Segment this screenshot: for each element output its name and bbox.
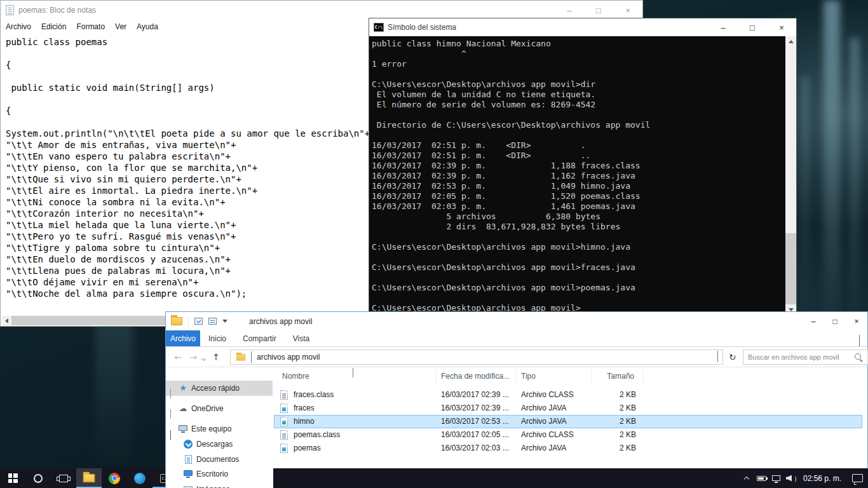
file-name: poemas [294,442,435,455]
forward-button[interactable]: → [186,350,200,364]
taskbar-clock[interactable]: 02:56 p. m. [798,474,846,483]
cmd-minimize-button[interactable]: – [709,18,738,36]
file-name: himno [294,415,435,428]
menu-item-edicion[interactable]: Edición [36,22,71,31]
cmd-maximize-button[interactable]: □ [738,18,767,36]
hidden-icons-button[interactable] [740,468,754,488]
ribbon-tabs: Archivo Inicio Compartir Vista [166,330,867,347]
menu-item-archivo[interactable]: Archivo [1,22,36,31]
onedrive-cloud-icon: ☁ [178,403,188,414]
address-bar[interactable]: archivos app movil [230,349,723,365]
action-center-button[interactable] [846,474,868,482]
network-icon [772,475,780,481]
search-icon[interactable] [854,353,864,362]
class-file-icon [280,430,288,440]
expander-icon[interactable] [170,386,171,402]
chevron-up-icon [744,477,749,482]
search-input[interactable] [743,353,854,361]
address-dropdown-icon[interactable] [717,351,718,362]
menu-item-formato[interactable]: Formato [71,22,110,31]
sidebar-item-descargas[interactable]: Descargas [166,437,273,452]
file-rows: fraces.class 16/03/2017 02:39 ... Archiv… [274,388,862,455]
taskbar-item-edge[interactable] [127,468,153,488]
scroll-up-icon[interactable] [785,36,796,47]
notepad-minimize-button[interactable]: – [555,1,584,20]
explorer-titlebar[interactable]: archivos app movil – □ × [166,312,867,330]
computer-icon [178,424,188,434]
taskbar-item-explorer[interactable] [76,468,102,488]
sidebar-item-imagenes[interactable]: Imágenes [166,482,272,488]
column-header-nombre[interactable]: Nombre [278,369,437,383]
network-status[interactable] [769,468,783,488]
cmd-vertical-scrollbar[interactable] [785,36,796,315]
table-row[interactable]: poemas.class 16/03/2017 02:05 ... Archiv… [274,428,862,442]
file-date: 16/03/2017 02:39 ... [441,402,516,415]
quick-access-star-icon: ★ [178,383,188,393]
refresh-button[interactable]: ↻ [729,352,736,362]
wallpaper-highlight [95,321,133,470]
taskbar-item-chrome[interactable] [102,468,127,488]
explorer-maximize-button[interactable]: □ [824,312,846,330]
tab-compartir[interactable]: Compartir [234,330,285,346]
notepad-title: poemas: Bloc de notas [18,6,96,15]
qat-customize-icon[interactable] [222,320,227,325]
properties-icon[interactable] [194,318,203,325]
search-box [743,349,868,365]
table-row[interactable]: fraces.class 16/03/2017 02:39 ... Archiv… [274,388,862,402]
table-row[interactable]: fraces 16/03/2017 02:39 ... Archivo JAVA… [274,402,862,415]
action-center-icon [852,474,863,482]
cmd-close-button[interactable]: × [767,18,796,36]
cortana-circle-icon [34,474,43,483]
wallpaper-highlight [824,0,840,330]
explorer-minimize-button[interactable]: – [803,312,824,330]
task-view-button[interactable] [51,468,76,488]
tab-vista[interactable]: Vista [285,330,318,346]
sidebar-item-documentos[interactable]: Documentos [166,452,273,467]
cmd-titlebar[interactable]: Símbolo del sistema – □ × [369,18,796,36]
sidebar-item-label: Documentos [196,455,239,464]
tab-archivo[interactable]: Archivo [166,330,200,346]
expander-icon[interactable] [170,407,171,422]
scrollbar-thumb[interactable] [785,233,796,304]
battery-icon [757,476,766,481]
sidebar-item-label: Imágenes [196,485,230,488]
table-row-selected[interactable]: himno 16/03/2017 02:53 ... Archivo JAVA … [274,415,862,428]
column-header-fecha[interactable]: Fecha de modifica... [437,369,517,383]
menu-item-ayuda[interactable]: Ayuda [132,22,163,31]
ribbon-expand-icon[interactable] [859,335,860,346]
up-button[interactable]: ↑ [209,350,223,364]
scroll-left-icon[interactable] [1,316,11,325]
start-button[interactable] [0,468,25,488]
volume-status[interactable] [783,468,798,488]
column-header-tipo[interactable]: Tipo [517,369,592,383]
sidebar-item-label: Descargas [196,440,233,449]
search-button[interactable] [25,468,51,488]
notepad-maximize-button[interactable]: □ [584,1,613,20]
edge-icon [134,473,146,484]
address-folder-icon [236,354,245,360]
speaker-icon [786,475,796,482]
breadcrumb[interactable]: archivos app movil [257,353,320,362]
sidebar-item-label: OneDrive [191,404,224,413]
back-button[interactable]: ← [171,350,185,364]
notepad-titlebar[interactable]: poemas: Bloc de notas – □ × [1,1,642,20]
file-type: Archivo CLASS [521,388,591,402]
column-header-tamano[interactable]: Tamaño [592,369,644,383]
notepad-close-button[interactable]: × [613,1,642,20]
sidebar-item-acceso-rapido[interactable]: ★ Acceso rápido [166,381,273,396]
sidebar-item-onedrive[interactable]: ☁ OneDrive [166,401,273,416]
explorer-close-button[interactable]: × [846,312,867,330]
menu-item-ver[interactable]: Ver [110,22,132,31]
cmd-title: Símbolo del sistema [388,23,456,32]
cmd-output[interactable]: public class himno Nacional Mexicano ^ 1… [369,36,785,315]
sidebar-item-este-equipo[interactable]: Este equipo [166,421,273,437]
sidebar-item-escritorio[interactable]: Escritorio [166,466,272,482]
recent-locations-icon[interactable] [200,355,207,362]
tab-inicio[interactable]: Inicio [200,330,234,346]
table-row[interactable]: poemas 16/03/2017 02:03 ... Archivo JAVA… [274,442,862,455]
file-name: fraces [294,402,435,415]
breadcrumb-chevron-icon [251,352,252,363]
battery-status[interactable] [754,468,769,488]
new-folder-icon[interactable] [208,318,217,325]
file-size: 2 KB [592,428,636,442]
